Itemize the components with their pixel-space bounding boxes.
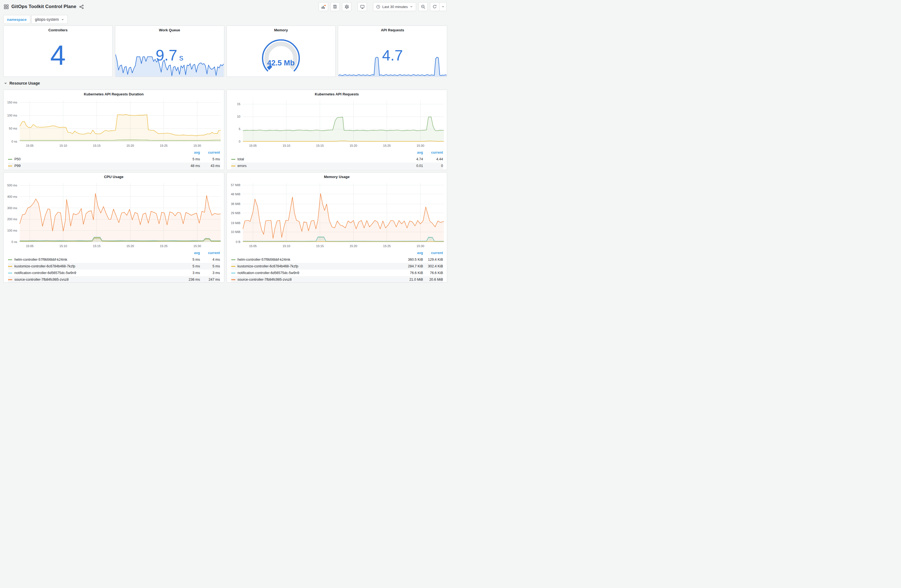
legend-series-name: helm-controller-57f9b56bbf-k24mk (238, 258, 290, 261)
controllers-value: 4 (50, 41, 66, 69)
legend-row[interactable]: helm-controller-57f9b56bbf-k24mk5 ms4 ms (8, 256, 220, 263)
panel-title[interactable]: Kubernetes API Requests (227, 90, 447, 98)
legend-current-value: 5 ms (200, 264, 220, 268)
x-axis-tick: 15:15 (316, 144, 324, 147)
legend-series-name: notification-controller-6d56575dc-5w9n9 (14, 271, 76, 275)
x-axis-tick: 15:25 (160, 144, 168, 147)
y-axis-tick: 57 MiB (231, 184, 240, 187)
monitor-icon (360, 5, 365, 9)
y-axis-tick: 38 MiB (231, 202, 240, 205)
series-color-dash (8, 266, 12, 267)
legend-row[interactable]: kustomize-controller-6c6784b468-7kzfp5 m… (8, 263, 220, 269)
x-axis-tick: 15:10 (59, 244, 67, 248)
y-axis-tick: 200 ms (7, 218, 17, 221)
x-axis-tick: 15:05 (26, 144, 34, 147)
legend-avg-value: 4.74 (399, 157, 423, 161)
legend-row[interactable]: source-controller-7fb84fc985-zvsz8236 ms… (8, 276, 220, 283)
legend-header: avgcurrent (231, 149, 443, 156)
x-axis-tick: 15:15 (93, 144, 101, 147)
series-color-dash (8, 159, 12, 160)
legend-header: avgcurrent (8, 149, 220, 156)
legend-row[interactable]: notification-controller-6d56575dc-5w9n93… (8, 269, 220, 276)
legend-current-value: 247 ms (200, 278, 220, 282)
series-color-dash (8, 166, 12, 166)
legend-col-current[interactable]: current (200, 151, 220, 154)
refresh-button[interactable] (430, 2, 440, 11)
tv-mode-button[interactable] (357, 2, 367, 11)
x-axis-tick: 15:10 (282, 244, 290, 248)
legend-series-name: helm-controller-57f9b56bbf-k24mk (14, 258, 67, 261)
x-axis-tick: 15:05 (249, 244, 257, 248)
legend-col-avg[interactable]: avg (176, 251, 200, 255)
time-range-label: Last 30 minutes (382, 5, 408, 9)
legend-series-name: kustomize-controller-6c6784b468-7kzfp (14, 264, 75, 268)
legend-avg-value: 0.01 (399, 164, 423, 168)
panel-title[interactable]: Work Queue (115, 26, 224, 34)
legend-col-avg[interactable]: avg (399, 251, 423, 255)
y-axis-tick: 100 ms (7, 114, 17, 117)
legend-col-avg[interactable]: avg (399, 151, 423, 154)
legend-series-name: kustomize-controller-6c6784b468-7kzfp (238, 264, 298, 268)
panel-title[interactable]: Memory (227, 26, 335, 34)
legend-row[interactable]: source-controller-7fb84fc985-zvsz821.0 M… (231, 276, 443, 283)
add-panel-button[interactable] (319, 2, 328, 11)
legend-avg-value: 5 ms (176, 258, 200, 261)
legend-current-value: 4 ms (200, 258, 220, 261)
chart-legend: avgcurrenttotal4.744.44errors0.010 (227, 149, 447, 169)
legend-col-current[interactable]: current (200, 251, 220, 255)
legend-row[interactable]: P505 ms5 ms (8, 156, 220, 163)
panel-memory: Memory 42.5 Mb (226, 25, 336, 77)
stats-row: Controllers 4 Work Queue 9.7s Memory 42.… (3, 25, 447, 77)
namespace-select[interactable]: gitops-system (31, 15, 68, 24)
legend-current-value: 302.4 KiB (423, 264, 443, 268)
y-axis-tick: 0 ns (11, 240, 17, 244)
legend-current-value: 3 ms (200, 271, 220, 275)
legend-avg-value: 76.6 KiB (399, 271, 423, 275)
zoom-out-button[interactable] (418, 2, 428, 11)
legend-series-name: errors (238, 164, 247, 168)
variable-label: namespace (3, 15, 30, 24)
legend-avg-value: 360.5 KiB (399, 258, 423, 261)
chart-legend: avgcurrentP505 ms5 msP9948 ms43 ms (4, 149, 224, 169)
legend-col-current[interactable]: current (423, 251, 443, 255)
chevron-down-icon (4, 82, 7, 85)
dashboard-settings-button[interactable] (342, 2, 351, 11)
legend-col-current[interactable]: current (423, 151, 443, 154)
y-axis-tick: 0 B (235, 240, 240, 244)
legend-avg-value: 284.7 KiB (399, 264, 423, 268)
panel-title[interactable]: Kubernetes API Requests Duration (4, 90, 224, 98)
legend-row[interactable]: P9948 ms43 ms (8, 163, 220, 169)
panel-controllers: Controllers 4 (3, 25, 113, 77)
panel-k8s-api-requests-duration: Kubernetes API Requests Duration 15:0515… (3, 90, 224, 170)
panel-title[interactable]: Controllers (4, 26, 112, 34)
x-axis-tick: 15:10 (59, 144, 67, 147)
save-dashboard-button[interactable] (330, 2, 340, 11)
y-axis-tick: 0 (238, 140, 240, 143)
time-series-chart: 15:0515:1015:1515:2015:2515:30150 ms100 … (4, 98, 224, 149)
legend-row[interactable]: kustomize-controller-6c6784b468-7kzfp284… (231, 263, 443, 269)
chevron-down-icon (410, 5, 413, 8)
legend-series-name: P99 (14, 164, 20, 168)
legend-row[interactable]: notification-controller-6d56575dc-5w9n97… (231, 269, 443, 276)
gear-icon (344, 5, 349, 9)
legend-col-avg[interactable]: avg (176, 151, 200, 154)
P99-series-fill (20, 115, 221, 142)
work-queue-value: 9.7s (156, 47, 184, 63)
panel-title[interactable]: Memory Usage (227, 173, 447, 180)
time-range-picker[interactable]: Last 30 minutes (373, 2, 416, 11)
legend-row[interactable]: errors0.010 (231, 163, 443, 169)
refresh-interval-button[interactable] (440, 2, 447, 11)
chevron-down-icon (61, 18, 64, 21)
time-series-chart: 15:0515:1015:1515:2015:2515:30151050 (227, 98, 447, 149)
panel-title[interactable]: API Requests (338, 26, 447, 34)
series-color-dash (231, 259, 235, 260)
legend-avg-value: 21.0 MiB (399, 278, 423, 282)
legend-row[interactable]: helm-controller-57f9b56bbf-k24mk360.5 Ki… (231, 256, 443, 263)
legend-series-name: notification-controller-6d56575dc-5w9n9 (238, 271, 299, 275)
panel-memory-usage: Memory Usage 15:0515:1015:1515:2015:2515… (226, 172, 447, 283)
panel-title[interactable]: CPU Usage (4, 173, 224, 180)
legend-row[interactable]: total4.744.44 (231, 156, 443, 163)
row-resource-usage[interactable]: Resource Usage (0, 77, 450, 90)
share-icon[interactable] (79, 5, 84, 9)
legend-series-name: source-controller-7fb84fc985-zvsz8 (238, 278, 292, 282)
